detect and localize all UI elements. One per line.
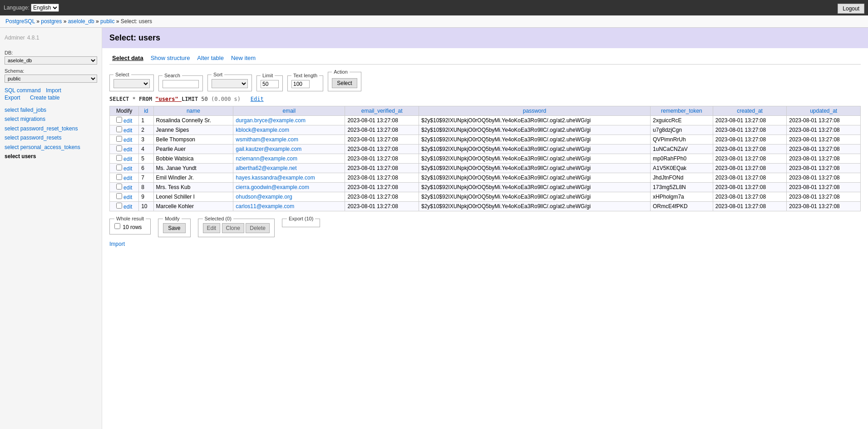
cell-email: kblock@example.com [233,125,345,135]
bottom-bar: Whole result 10 rows Modify Save Selecte… [109,216,861,237]
table-row: edit1Rosalinda Connelly Sr.durgan.bryce@… [110,116,861,125]
cell-created-at: 2023-08-01 13:27:08 [713,164,787,173]
sidebar-item-personal-access-tokens[interactable]: select personal_access_tokens [5,143,97,152]
cell-updated-at: 2023-08-01 13:27:08 [787,183,861,192]
row-edit-link[interactable]: edit [123,165,132,172]
tab-new-item[interactable]: New item [228,54,258,62]
sql-edit-link[interactable]: Edit [251,96,264,102]
cell-remember-token: 173mg5ZL8N [651,183,713,192]
cell-email-verified-at: 2023-08-01 13:27:08 [345,202,419,211]
row-edit-link[interactable]: edit [123,127,132,134]
cell-remember-token: 2xguiccRcE [651,116,713,125]
row-edit-link[interactable]: edit [123,137,132,143]
tab-select-data[interactable]: Select data [109,54,146,62]
cell-name: Bobbie Watsica [153,154,233,164]
row-edit-link[interactable]: edit [123,194,132,200]
cell-email: ohudson@example.org [233,192,345,202]
col-email[interactable]: email [233,106,345,116]
sql-table[interactable]: "users" [155,96,182,102]
sidebar-item-password-resets[interactable]: select password_resets [5,133,97,142]
cell-updated-at: 2023-08-01 13:27:08 [787,202,861,211]
breadcrumb-postgresql[interactable]: PostgreSQL [5,18,35,25]
sort-select[interactable] [212,79,248,88]
row-edit-link[interactable]: edit [123,185,132,191]
col-email-verified-at[interactable]: email_verified_at [345,106,419,116]
col-updated-at[interactable]: updated_at [787,106,861,116]
sidebar-item-users[interactable]: select users [5,152,97,161]
row-edit-link[interactable]: edit [123,156,132,162]
sidebar-item-migrations[interactable]: select migrations [5,115,97,124]
cell-email-verified-at: 2023-08-01 13:27:08 [345,183,419,192]
col-created-at[interactable]: created_at [713,106,787,116]
row-edit-link[interactable]: edit [123,175,132,181]
logout-button[interactable]: Logout [838,4,864,14]
import-link[interactable]: Import [46,87,61,94]
schema-select[interactable]: public [5,75,97,83]
sidebar-item-failed-jobs[interactable]: select failed_jobs [5,105,97,115]
language-label: Language: [4,5,30,11]
select-button[interactable]: Select [332,78,357,88]
import-bottom-link[interactable]: Import [109,241,125,247]
clone-button[interactable]: Clone [222,223,244,233]
row-edit-link[interactable]: edit [123,118,132,124]
save-button[interactable]: Save [163,223,185,233]
cell-password: $2y$10$92IXUNpkjO0rOQ5byMi.Ye4oKoEa3Ro9l… [419,154,650,164]
tab-show-structure[interactable]: Show structure [148,54,193,62]
limit-legend: Limit [261,73,275,78]
tab-bar: Select data Show structure Alter table N… [109,54,861,65]
cell-email-verified-at: 2023-08-01 13:27:08 [345,135,419,145]
row-checkbox[interactable] [116,193,122,199]
breadcrumb-public[interactable]: public [100,18,114,25]
col-password[interactable]: password [419,106,650,116]
edit-button[interactable]: Edit [203,223,221,233]
db-select[interactable]: aselole_db [5,56,97,65]
cell-email-verified-at: 2023-08-01 13:27:08 [345,192,419,202]
table-row: edit5Bobbie Watsicanziemann@example.com2… [110,154,861,164]
cell-id: 10 [139,202,153,211]
rows-checkbox[interactable] [114,223,120,229]
cell-remember-token: 1uNCaCNZaV [651,145,713,154]
cell-created-at: 2023-08-01 13:27:08 [713,125,787,135]
row-edit-link[interactable]: edit [123,146,132,153]
col-name[interactable]: name [153,106,233,116]
cell-email: albertha62@example.net [233,164,345,173]
cell-updated-at: 2023-08-01 13:27:08 [787,125,861,135]
sort-legend: Sort [212,72,224,77]
row-checkbox[interactable] [116,136,122,142]
row-checkbox[interactable] [116,155,122,161]
row-checkbox[interactable] [116,126,122,132]
row-checkbox[interactable] [116,203,122,209]
cell-remember-token: u7g8dzjCgn [651,125,713,135]
row-checkbox[interactable] [116,165,122,170]
export-link[interactable]: Export [5,95,20,101]
sql-command-link[interactable]: SQL command [5,87,41,94]
sidebar-item-password-reset-tokens[interactable]: select password_reset_tokens [5,124,97,133]
cell-updated-at: 2023-08-01 13:27:08 [787,116,861,125]
app-title: Adminer 4.8.1 [5,32,97,45]
language-select[interactable]: English [31,4,59,12]
limit-input[interactable] [261,80,279,88]
col-remember-token[interactable]: remember_token [651,106,713,116]
tab-alter-table[interactable]: Alter table [194,54,227,62]
data-table: Modify id name email email_verified_at p… [109,106,861,211]
delete-button[interactable]: Delete [246,223,270,233]
col-id[interactable]: id [139,106,153,116]
cell-updated-at: 2023-08-01 13:27:08 [787,192,861,202]
search-input[interactable] [163,80,199,88]
row-checkbox[interactable] [116,184,122,190]
row-edit-link[interactable]: edit [123,204,132,210]
breadcrumb-postgres[interactable]: postgres [41,18,62,25]
row-checkbox[interactable] [116,145,122,151]
text-length-legend: Text length [291,73,319,78]
select-filter[interactable] [113,79,150,88]
create-table-link[interactable]: Create table [30,95,59,101]
cell-email: hayes.kassandra@example.com [233,173,345,183]
row-checkbox[interactable] [116,174,122,180]
cell-updated-at: 2023-08-01 13:27:08 [787,145,861,154]
filter-row: Select Search Sort Limit Text le [109,69,861,91]
cell-id: 3 [139,135,153,145]
text-length-input[interactable] [291,80,310,88]
breadcrumb-aselole-db[interactable]: aselole_db [68,18,94,25]
row-checkbox[interactable] [116,117,122,123]
table-row: edit7Emil Windler Jr.hayes.kassandra@exa… [110,173,861,183]
